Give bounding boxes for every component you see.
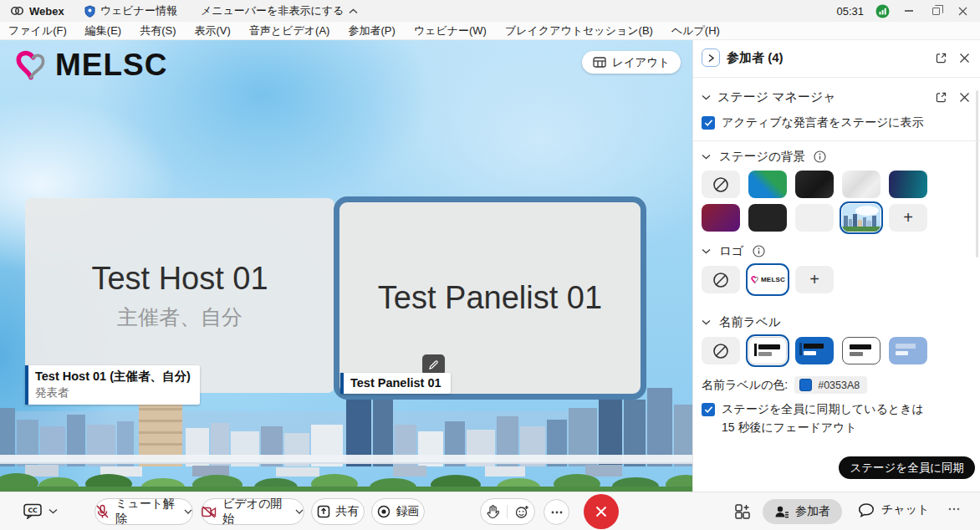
- chevron-down-icon[interactable]: [702, 319, 711, 325]
- bg-swatch-navy-teal[interactable]: [889, 171, 927, 198]
- info-icon[interactable]: [814, 150, 826, 163]
- chevron-down-icon[interactable]: [702, 94, 711, 100]
- hide-menubar-button[interactable]: メニューバーを非表示にする: [201, 3, 358, 18]
- active-speaker-label: アクティブな発言者をステージに表示: [722, 115, 924, 130]
- stage-manager-header: ステージ マネージャ: [702, 87, 970, 107]
- name-label-style-blue[interactable]: [795, 337, 834, 364]
- webinar-info-button[interactable]: ウェビナー情報: [84, 3, 177, 18]
- video-tile-panelist[interactable]: Test Panelist 01: [334, 196, 646, 400]
- leave-meeting-button[interactable]: [584, 494, 619, 529]
- share-button[interactable]: 共有: [311, 498, 365, 525]
- menu-share[interactable]: 共有(S): [140, 23, 176, 38]
- bottom-toolbar: CC ミュート解除 ビデオの開始: [0, 492, 980, 530]
- close-window-button[interactable]: [955, 3, 970, 18]
- more-options-button[interactable]: [544, 499, 569, 525]
- logo-swatch-none[interactable]: [702, 266, 740, 293]
- minimize-button[interactable]: [901, 3, 916, 18]
- info-icon[interactable]: [753, 245, 765, 257]
- name-label-style-outline[interactable]: [842, 337, 880, 364]
- svg-text:CC: CC: [28, 507, 38, 514]
- name-label-color-picker[interactable]: #0353A8: [794, 376, 867, 394]
- chat-bubble-icon: [858, 502, 875, 517]
- chevron-down-icon[interactable]: [702, 248, 711, 254]
- participants-button-label: 参加者: [795, 504, 830, 519]
- host-label-secondary: 発表者: [35, 385, 191, 400]
- collapse-panel-button[interactable]: [702, 48, 720, 67]
- name-label-style-light-blue[interactable]: [889, 337, 927, 364]
- participants-panel-button[interactable]: 参加者: [763, 499, 842, 524]
- menu-help[interactable]: ヘルプ(H): [671, 23, 720, 38]
- logo-swatch-melsc-selected[interactable]: MELSC: [748, 266, 787, 293]
- menu-view[interactable]: 表示(V): [195, 23, 231, 38]
- close-stage-manager-icon[interactable]: [959, 92, 970, 103]
- start-video-button[interactable]: ビデオの開始: [201, 498, 304, 525]
- sync-stage-button[interactable]: ステージを全員に同期: [839, 456, 975, 479]
- bg-swatch-red-purple[interactable]: [702, 204, 740, 232]
- webex-window: Webex ウェビナー情報 メニューバーを非表示にする 05:31: [0, 0, 980, 530]
- background-title: ステージの背景: [719, 149, 805, 165]
- mic-muted-icon: [95, 504, 110, 519]
- sync-fadeout-row: ステージを全員に同期しているときは: [702, 402, 970, 417]
- menu-breakout[interactable]: ブレイクアウトセッション(B): [505, 23, 653, 38]
- apps-grid-icon: [734, 503, 751, 520]
- sidebar-scrollbar[interactable]: [976, 90, 978, 257]
- name-label-section-header: 名前ラベル: [702, 314, 970, 330]
- menu-edit[interactable]: 編集(E): [85, 23, 121, 38]
- chevron-down-icon[interactable]: [184, 509, 192, 514]
- chevron-down-icon[interactable]: [702, 154, 711, 160]
- logo-swatch-add-button[interactable]: +: [795, 266, 834, 293]
- melsc-heart-icon: [750, 275, 759, 284]
- record-button[interactable]: 録画: [371, 498, 425, 525]
- hide-menubar-label: メニューバーを非表示にする: [201, 3, 344, 18]
- chat-panel-button[interactable]: チャット: [858, 502, 929, 517]
- unmute-button[interactable]: ミュート解除: [94, 498, 193, 525]
- bg-swatch-light-gray[interactable]: [795, 204, 834, 232]
- popout-participants-icon[interactable]: [935, 52, 947, 64]
- melsc-heart-icon: [12, 47, 48, 84]
- apps-button[interactable]: [734, 503, 751, 520]
- logo-swatch-label: MELSC: [761, 276, 785, 283]
- name-label-style-none[interactable]: [702, 337, 740, 364]
- chat-button-label: チャット: [881, 502, 929, 517]
- video-tile-host[interactable]: Test Host 01 主催者、自分: [25, 198, 334, 393]
- bg-swatch-add-button[interactable]: +: [889, 204, 927, 232]
- bg-swatch-black[interactable]: [748, 204, 787, 232]
- menu-webinar[interactable]: ウェビナー(W): [414, 23, 487, 38]
- webinar-info-label: ウェビナー情報: [100, 3, 177, 18]
- sync-fadeout-checkbox[interactable]: [702, 403, 715, 416]
- color-hex-value: #0353A8: [818, 380, 860, 391]
- active-speaker-checkbox[interactable]: [702, 116, 715, 130]
- bg-swatch-city-selected[interactable]: [842, 204, 880, 232]
- chevron-down-icon[interactable]: [295, 509, 304, 514]
- brand-logo: MELSC: [12, 47, 168, 84]
- name-label-color-label: 名前ラベルの色:: [702, 378, 788, 393]
- reactions-button[interactable]: [480, 498, 535, 525]
- camera-off-icon: [202, 506, 217, 518]
- sync-fadeout-label-line1: ステージを全員に同期しているときは: [722, 402, 924, 417]
- menu-file[interactable]: ファイル(F): [8, 23, 67, 38]
- restore-button[interactable]: [928, 3, 943, 18]
- menu-participants[interactable]: 参加者(P): [348, 23, 395, 38]
- logo-section-header: ロゴ: [702, 243, 970, 259]
- host-label-primary: Test Host 01 (主催者、自分): [35, 369, 191, 385]
- panelist-label-primary: Test Panelist 01: [350, 376, 442, 390]
- close-participants-icon[interactable]: [959, 53, 970, 64]
- shield-icon: [84, 5, 95, 18]
- popout-stage-manager-icon[interactable]: [935, 91, 947, 104]
- name-label-style-white-bar-selected[interactable]: [748, 337, 787, 364]
- bg-swatch-light-swirl[interactable]: [842, 171, 880, 198]
- connection-status-icon: [875, 4, 890, 18]
- bg-swatch-blue-green[interactable]: [748, 171, 787, 198]
- chevron-down-icon[interactable]: [48, 508, 58, 514]
- webex-logo-icon: [10, 5, 24, 17]
- toolbar-overflow-button[interactable]: [948, 507, 960, 511]
- raise-hand-icon: [487, 505, 499, 519]
- menu-audio-video[interactable]: 音声とビデオ(A): [249, 23, 330, 38]
- captions-button[interactable]: CC: [23, 503, 58, 519]
- share-label: 共有: [336, 504, 360, 519]
- bg-swatch-dark[interactable]: [795, 171, 834, 198]
- close-x-icon: [595, 505, 608, 518]
- participants-icon: [774, 505, 789, 518]
- layout-button[interactable]: レイアウト: [582, 51, 681, 74]
- bg-swatch-none[interactable]: [702, 171, 740, 198]
